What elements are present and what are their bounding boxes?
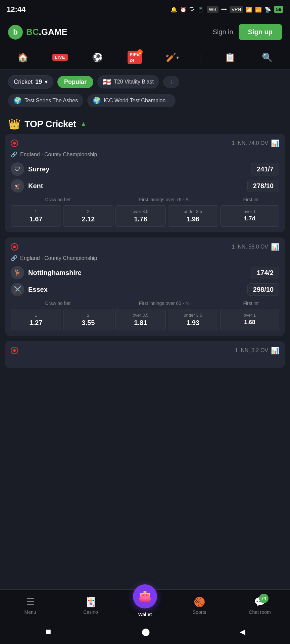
- nav-divider: [201, 51, 201, 63]
- t20-vitality-blast-tag[interactable]: 🏴󠁧󠁢󠁥󠁮󠁧󠁿 T20 Vitality Blast: [97, 75, 159, 89]
- t20-league-label: T20 Vitality Blast: [114, 79, 154, 85]
- match2-odds-3[interactable]: over 3.5 1.81: [115, 309, 166, 330]
- team1-score: 241/7: [251, 163, 279, 175]
- more-icon-bar: ⋮: [168, 79, 174, 85]
- essex-logo: ⚔️: [11, 283, 24, 296]
- android-home-button[interactable]: ⬤: [142, 628, 150, 636]
- wallet-icon: 👛: [138, 590, 152, 603]
- odds2-value: 2.12: [66, 215, 110, 223]
- nav-soccer[interactable]: ⚽: [89, 49, 106, 66]
- search-icon: 🔍: [262, 52, 273, 63]
- match1-league: 🔗 England · County Championship: [11, 151, 279, 158]
- chat-badge-count: 74: [259, 594, 269, 603]
- match1-odds-headers: Draw no bet First innings over 76 - S Fi…: [11, 197, 279, 203]
- m2-odds2-value: 3.55: [66, 319, 110, 327]
- match3-innings-info: 1 INN, 3.2 OV 📊: [235, 346, 279, 355]
- m2-odds3-sub: over 3.5: [118, 313, 163, 318]
- logo-text: BC.GAME: [26, 27, 67, 37]
- status-icons: 🔔 ⏰ 🛡 📱 WB ••• VPN 📶 📶 📡 56: [171, 6, 283, 13]
- m2-odds2-sub: 2: [66, 313, 110, 318]
- kent-logo: 🦅: [11, 179, 24, 193]
- filter-bar: Cricket 19 ▾ Popular 🏴󠁧󠁢󠁥󠁮󠁧󠁿 T20 Vitalit…: [0, 70, 290, 94]
- match-card-1: 1 INN, 74.0 OV 📊 🔗 England · County Cham…: [5, 134, 285, 232]
- match2-link-icon: 🔗: [11, 255, 17, 261]
- team4-score: 298/10: [247, 283, 279, 296]
- signup-button[interactable]: Sign up: [239, 24, 282, 40]
- odds-header-first-inr1: First inr: [243, 197, 259, 202]
- match1-team2-info: 🦅 Kent: [11, 179, 43, 193]
- team3-name: Nottinghamshire: [28, 269, 82, 277]
- wifi-icon: 📡: [264, 6, 271, 13]
- battery-indicator: 56: [274, 6, 283, 13]
- match2-odds-row: 1 1.27 2 3.55 over 3.5 1.81 under 3.5 1.…: [11, 309, 279, 330]
- match1-odds-1[interactable]: 1 1.67: [11, 205, 61, 227]
- shield-icon: 🛡: [189, 6, 195, 12]
- bottom-nav: ☰ Menu 🃏 Casino 👛 Wallet 🏀 Sports 💬 74 C…: [0, 589, 290, 620]
- match1-innings-text: 1 INN, 74.0 OV: [232, 140, 269, 146]
- team2-score: 278/10: [247, 180, 279, 192]
- casino-label: Casino: [83, 609, 98, 615]
- ashes-tag[interactable]: 🌍 Test Series The Ashes: [8, 94, 83, 107]
- bottom-nav-sports[interactable]: 🏀 Sports: [169, 596, 230, 615]
- odds-header-first-inr2: First inr: [243, 301, 259, 306]
- bottom-nav-chatroom[interactable]: 💬 74 Chat room: [230, 596, 290, 615]
- team1-name: Surrey: [28, 165, 49, 173]
- section-title-text: TOP Cricket: [25, 119, 76, 129]
- team3-score: 174/2: [251, 267, 279, 279]
- android-stop-button[interactable]: ⏹: [45, 628, 52, 636]
- odds-header-draw-no-bet2: Draw no bet: [45, 301, 70, 306]
- notification-icon: 🔔: [171, 6, 177, 13]
- match1-odds-2[interactable]: 2 2.12: [63, 205, 113, 227]
- nav-cricket[interactable]: 🏏 ▾: [163, 49, 181, 66]
- cricket-icon: 🏏: [165, 52, 176, 63]
- match1-league-text: England · County Championship: [20, 152, 97, 158]
- wb-badge: WB: [207, 6, 219, 13]
- m2-odds3-value: 1.81: [118, 319, 163, 327]
- popular-filter-button[interactable]: Popular: [57, 76, 93, 88]
- whatsapp-icon: 📱: [197, 6, 204, 13]
- nav-search[interactable]: 🔍: [258, 49, 276, 66]
- match2-odds-4[interactable]: under 3.5 1.93: [168, 309, 218, 330]
- nav-home[interactable]: 🏠: [14, 49, 32, 66]
- more-leagues-indicator[interactable]: ⋮: [163, 76, 179, 88]
- match3-header: 1 INN, 3.2 OV 📊: [11, 346, 279, 355]
- odds1-sub: 1: [14, 209, 58, 214]
- match2-odds-2[interactable]: 2 3.55: [63, 309, 113, 330]
- wallet-center-button[interactable]: 👛: [133, 584, 157, 608]
- nav-news[interactable]: 📋: [221, 49, 239, 66]
- nav-bar: 🏠 LIVE ⚽ FIFA24 🔥 🏏 ▾ 📋 🔍: [0, 45, 290, 70]
- match2-odds-5[interactable]: over 1 1.68: [220, 309, 279, 330]
- soccer-icon: ⚽: [92, 52, 103, 63]
- header: b BC.GAME Sign in Sign up: [0, 19, 290, 45]
- match1-team2-row: 🦅 Kent 278/10: [11, 179, 279, 193]
- crown-icon: 👑: [8, 118, 20, 130]
- cricket-dropdown-arrow-icon: ▾: [45, 78, 48, 86]
- odds2-sub: 2: [66, 209, 110, 214]
- match1-odds-5[interactable]: over 1 1.7d: [220, 205, 279, 227]
- match2-odds-1[interactable]: 1 1.27: [11, 309, 61, 330]
- header-actions: Sign in Sign up: [213, 24, 282, 40]
- match1-team1-info: 🛡 Surrey: [11, 162, 49, 176]
- bottom-nav-menu[interactable]: ☰ Menu: [0, 596, 60, 615]
- chatroom-badge-container: 💬 74: [254, 596, 266, 607]
- match1-odds: Draw no bet First innings over 76 - S Fi…: [11, 197, 279, 227]
- bottom-nav-wallet[interactable]: 👛 Wallet: [121, 594, 169, 617]
- cricket-sport-selector[interactable]: Cricket 19 ▾: [8, 75, 53, 89]
- live-dot2-icon: [11, 243, 18, 251]
- odds5-sub: over 1: [223, 209, 276, 214]
- nav-live[interactable]: LIVE: [51, 49, 69, 66]
- logo: b BC.GAME: [8, 25, 67, 40]
- match1-live-indicator: [11, 140, 18, 147]
- team4-name: Essex: [28, 286, 48, 293]
- live-badge: LIVE: [52, 54, 68, 61]
- match1-odds-row: 1 1.67 2 2.12 over 3.5 1.78 under 3.5 1.…: [11, 205, 279, 227]
- android-back-button[interactable]: ◀: [240, 628, 245, 636]
- icc-world-test-tag[interactable]: 🌍 ICC World Test Champion...: [87, 94, 176, 107]
- signin-button[interactable]: Sign in: [213, 28, 233, 36]
- match1-odds-3[interactable]: over 3.5 1.78: [115, 205, 166, 227]
- m2-odds1-sub: 1: [14, 313, 58, 318]
- match1-odds-4[interactable]: under 3.5 1.96: [168, 205, 218, 227]
- nav-fifa[interactable]: FIFA24 🔥: [126, 49, 143, 66]
- odds1-value: 1.67: [14, 215, 58, 223]
- bottom-nav-casino[interactable]: 🃏 Casino: [60, 596, 121, 615]
